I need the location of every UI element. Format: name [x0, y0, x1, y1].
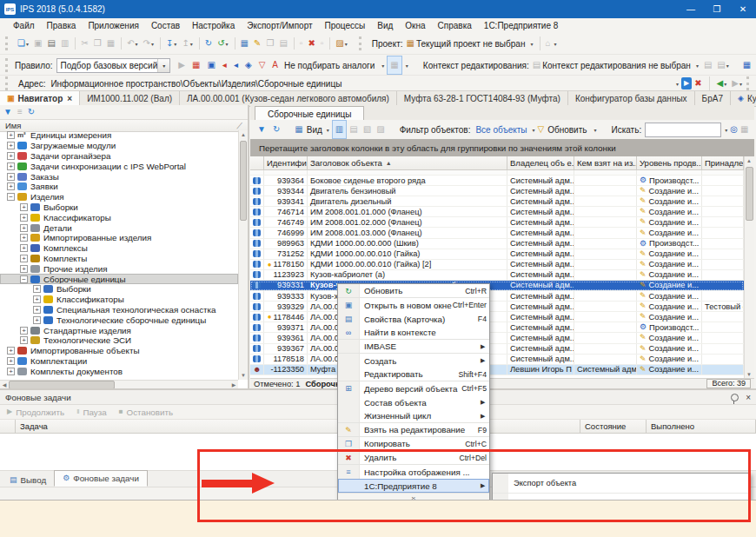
analog-panel-dropdown[interactable]: ▾	[402, 56, 411, 74]
tree-expander[interactable]: +	[20, 214, 28, 222]
scrollbar-thumb[interactable]	[240, 141, 247, 221]
refresh-icon[interactable]: ↻	[28, 108, 35, 116]
task-control-button[interactable]: ‖ Пауза	[76, 408, 107, 417]
grid-row[interactable]: 746749 ИМ 2008.001.02.000 (Фланец) Систе…	[250, 217, 744, 228]
context-menu-item[interactable]: Редактировать Shift+F4	[338, 368, 489, 381]
tree-expander[interactable]: +	[20, 234, 28, 242]
toolbar-grip[interactable]	[5, 36, 11, 50]
menu-expand-button[interactable]: »	[338, 493, 489, 501]
tree-item[interactable]: + Заявки	[0, 182, 238, 192]
grid-row[interactable]: 1178518 ЛА.00.01.00 Системный адм... ✎Со…	[250, 355, 744, 365]
dropdown-arrow-icon[interactable]: ▾	[345, 41, 348, 47]
grid-row[interactable]: ●1178150 КДМИ 1000.00.00.010 (Гайка) [2]…	[250, 260, 744, 270]
context-menu-item[interactable]: ❐ Копировать Ctrl+C	[338, 437, 489, 451]
scroll-right-icon[interactable]: ▶	[229, 381, 238, 389]
view-mode-list-button[interactable]: ▤	[347, 121, 360, 138]
context-menu-item[interactable]: IMBASE ▶	[338, 340, 489, 354]
print-preview-button[interactable]: ▥	[58, 35, 71, 52]
group-by-band[interactable]: Перетащите заголовок колонки в эту облас…	[250, 139, 754, 156]
close-button[interactable]: ✕	[730, 0, 756, 18]
search-dropdown[interactable]: ▾	[721, 121, 730, 138]
tree-item[interactable]: + Прочие изделия	[0, 263, 238, 274]
tree-expander[interactable]: +	[33, 295, 41, 303]
tree-item[interactable]: + m² Единицы измерения	[0, 130, 238, 141]
copy-button[interactable]: ❐	[91, 35, 104, 52]
tree-expander[interactable]: +	[20, 203, 28, 211]
column-header-state[interactable]: Состояние	[580, 420, 647, 433]
tree-expander[interactable]: +	[7, 182, 15, 190]
tree-item[interactable]: + Импортированные объекты	[0, 346, 238, 356]
edit-context-dropdown[interactable]: ▾	[693, 56, 701, 74]
redo-button[interactable]: ↷ ▾	[141, 35, 156, 52]
cut-button[interactable]: ✂	[78, 35, 90, 52]
pointer-button[interactable]: ▶	[176, 56, 188, 74]
address-clear-button[interactable]: ✖	[692, 75, 704, 92]
tree-expander[interactable]: +	[20, 265, 28, 273]
view-mode-details-button[interactable]: ▥	[332, 120, 347, 139]
a-off-button[interactable]: A	[269, 56, 281, 74]
menu-item[interactable]: Состав	[145, 21, 186, 30]
project-dropdown[interactable]: ▾	[527, 35, 535, 52]
column-header-task[interactable]: Задача	[16, 420, 580, 433]
document-tab[interactable]: ЛА.00.00.001 (Кузов-седан легкового авто…	[180, 91, 397, 106]
toolbar-grip[interactable]	[359, 36, 365, 50]
tree-expander[interactable]: +	[7, 368, 15, 375]
tree-item[interactable]: + Классификаторы	[0, 212, 238, 222]
column-header-id[interactable]: Идентифи...	[264, 156, 308, 170]
dropdown-arrow-icon[interactable]: ▾	[190, 41, 193, 47]
maximize-button[interactable]: ❐	[704, 0, 730, 18]
grid-row[interactable]: 939333 Кузов-хэтч Системный адм... ✎Созд…	[250, 291, 744, 302]
sort-az-icon[interactable]: ▼	[3, 108, 12, 116]
panel-close-icon[interactable]: ×	[746, 393, 751, 402]
sort-az-icon[interactable]: ▼	[257, 125, 266, 134]
search-grid-icon[interactable]: ▦	[738, 121, 751, 138]
tree-expander[interactable]: +	[20, 244, 28, 252]
context-apply-icon[interactable]: ▤	[701, 56, 714, 74]
dropdown-arrow-icon[interactable]: ▾	[136, 41, 138, 47]
tree-expander[interactable]: +	[7, 152, 15, 160]
address-go-button[interactable]: ▶	[681, 77, 692, 90]
menu-item[interactable]: Приложения	[82, 21, 145, 30]
grid-row[interactable]: 939367 ЛА.00.00.0 Системный адм... ✎Созд…	[250, 344, 744, 355]
menu-item[interactable]: Вид	[371, 21, 399, 30]
tree-item[interactable]: + Задачи органайзера	[0, 151, 238, 162]
tree-item[interactable]: + Стандартные изделия	[0, 325, 238, 335]
tree-expander[interactable]: +	[20, 336, 28, 344]
grid-row[interactable]: ●1178446 ЛА.00.00.0 Системный адм... ✎Со…	[250, 312, 744, 322]
document-tab[interactable]: ИМ1000.11.002 (Вал)	[80, 91, 180, 106]
context-menu-item[interactable]: ▤ Свойства (Карточка) F4	[338, 312, 489, 326]
save-button[interactable]: ▣	[31, 35, 44, 52]
tree-item[interactable]: + Комплексы	[0, 243, 238, 254]
toolbar-grip[interactable]	[5, 58, 8, 72]
tree-item[interactable]: + Импортированные изделия	[0, 233, 238, 243]
tree-item[interactable]: + Комплекты документов	[0, 366, 238, 376]
menu-item[interactable]: Правка	[41, 21, 83, 30]
column-header-icon[interactable]	[250, 156, 264, 170]
view-mode-tiles-button[interactable]: ▧	[361, 121, 374, 138]
analog-panel-button[interactable]: ▦	[387, 56, 401, 75]
grid-row[interactable]: 939364 Боковое сиденье второго ряда Сист…	[250, 176, 744, 186]
dropdown-arrow-icon[interactable]: ▾	[151, 41, 154, 47]
context-menu-item[interactable]: ▣ Открыть в новом окне Ctrl+Enter	[338, 298, 489, 312]
tree-expander[interactable]: +	[7, 173, 15, 181]
rule-combobox-arrow[interactable]: ▾	[157, 59, 169, 72]
pin-icon[interactable]	[731, 394, 739, 401]
task-control-button[interactable]: ■ Остановить	[119, 408, 173, 417]
context-menu-item[interactable]: Жизненный цикл ▶	[338, 409, 489, 423]
refresh-icon[interactable]: ↻	[273, 125, 280, 134]
copy-object-button[interactable]: ❐	[263, 35, 276, 52]
menu-item[interactable]: Настройка	[186, 21, 241, 30]
submenu-item[interactable]: Экспорт объекта	[493, 474, 750, 494]
tree-item[interactable]: + Заказы	[0, 171, 238, 182]
grid-row[interactable]: 939371 ЛА.00.00.0 Системный адм... ⚙Прои…	[250, 322, 744, 333]
edit-button[interactable]: ✎	[251, 35, 263, 52]
column-header-level[interactable]: Уровень продв...	[637, 156, 702, 170]
bottom-tab[interactable]: ⚙ Фоновые задачи	[54, 470, 148, 487]
dropdown-arrow-icon[interactable]: ▾	[26, 41, 29, 47]
view-button[interactable]: ▦ Вид ▾	[292, 121, 332, 138]
project-home-dropdown[interactable]: ▾	[551, 35, 560, 52]
h-box-button[interactable]: ▣	[204, 56, 217, 74]
document-tab[interactable]: БрА7	[695, 91, 731, 106]
grid-view-button[interactable]: ▦	[238, 35, 251, 52]
context-menu-item[interactable]: ✖ Удалить Ctrl+Del	[338, 451, 489, 465]
